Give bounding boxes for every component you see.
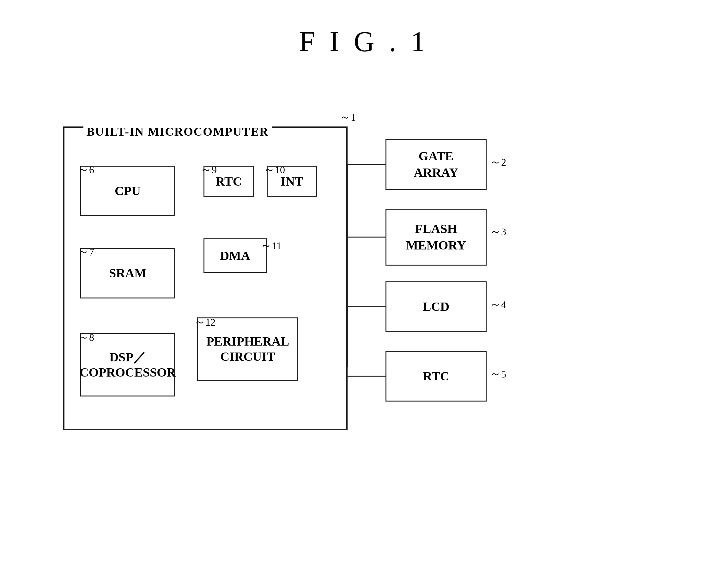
peripheral-ref: ～12 xyxy=(194,314,215,330)
dsp-label: DSP／COPROCESSOR xyxy=(80,350,176,380)
dsp-ref: ～8 xyxy=(78,329,94,345)
dsp-box: DSP／COPROCESSOR xyxy=(80,333,175,396)
flash-memory-label: FLASHMEMORY xyxy=(406,221,466,253)
lcd-ref: ～4 xyxy=(490,297,506,312)
gate-array-label: GATEARRAY xyxy=(414,148,458,181)
dma-ref: ～11 xyxy=(260,238,282,253)
rtc-inner-label: RTC xyxy=(215,174,242,189)
flash-memory-box: FLASHMEMORY xyxy=(386,209,486,265)
flash-memory-ref: ～3 xyxy=(490,224,506,239)
page-title: F I G . 1 xyxy=(0,0,728,58)
main-box: BUILT-IN MICROCOMPUTER ～1 CPU ～6 SRAM ～7… xyxy=(63,126,347,430)
gate-array-box: GATEARRAY xyxy=(386,139,486,190)
rtc-ext-label: RTC xyxy=(423,368,449,384)
peripheral-label: PERIPHERALCIRCUIT xyxy=(206,334,289,364)
sram-box: SRAM xyxy=(80,248,175,299)
lcd-box: LCD xyxy=(386,281,486,332)
title-text: F I G . 1 xyxy=(299,26,429,57)
cpu-ref: ～6 xyxy=(78,162,94,178)
dma-box: DMA xyxy=(203,238,267,273)
rtc-ext-box: RTC xyxy=(386,351,486,402)
sram-ref: ～7 xyxy=(78,244,94,259)
cpu-box: CPU xyxy=(80,166,175,216)
main-box-label: BUILT-IN MICROCOMPUTER xyxy=(84,125,272,138)
int-ref: ～10 xyxy=(264,162,285,178)
dma-label: DMA xyxy=(220,248,250,263)
gate-array-ref: ～2 xyxy=(490,154,506,170)
sram-label: SRAM xyxy=(109,265,146,281)
diagram-container: BUILT-IN MICROCOMPUTER ～1 CPU ～6 SRAM ～7… xyxy=(50,101,676,512)
cpu-label: CPU xyxy=(115,184,141,199)
rtc-inner-ref: ～9 xyxy=(200,162,217,178)
ref-1-label: ～1 xyxy=(339,109,356,125)
rtc-ext-ref: ～5 xyxy=(490,366,506,382)
lcd-label: LCD xyxy=(423,299,449,315)
